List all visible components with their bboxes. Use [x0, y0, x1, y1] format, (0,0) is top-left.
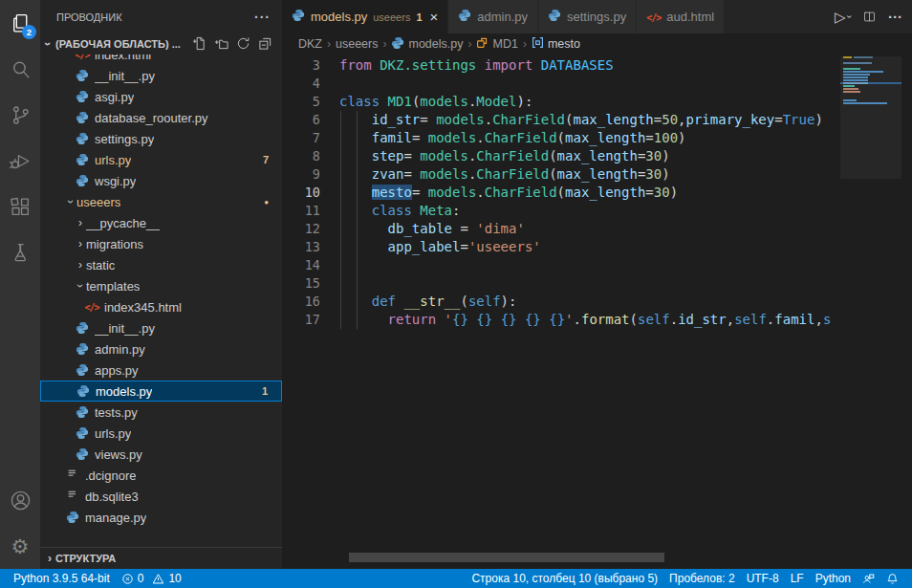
status-feedback[interactable] [857, 573, 880, 585]
code-line: 8 step= models.CharField(max_length=30) [282, 147, 912, 165]
status-notifications[interactable] [880, 573, 904, 585]
tree-item-label: __pycache__ [86, 216, 160, 230]
breadcrumb-useeers[interactable]: useeers [336, 37, 378, 51]
collapse-all-icon[interactable] [258, 36, 272, 53]
breadcrumb-MD1[interactable]: MD1 [476, 36, 517, 52]
activity-account-button[interactable] [0, 477, 40, 523]
tree-item-models.py[interactable]: models.py1 [40, 381, 282, 402]
chevron-right-icon: › [44, 552, 55, 565]
line-number: 4 [282, 75, 320, 93]
tree-item-views.py[interactable]: views.py [40, 444, 282, 465]
tab-label: models.py [311, 10, 367, 24]
code-line-content [320, 274, 339, 293]
tree-item-__init__.py[interactable]: __init__.py [40, 65, 282, 86]
new-folder-icon[interactable] [214, 36, 228, 53]
tree-item-__init__.py[interactable]: __init__.py [40, 317, 282, 338]
horizontal-scrollbar[interactable] [349, 553, 664, 562]
minimap[interactable] [840, 56, 901, 569]
status-cursor-position[interactable]: Строка 10, столбец 10 (выбрано 5) [466, 572, 663, 585]
py-file-icon [76, 384, 91, 398]
tree-item-database_roouter.py[interactable]: database_roouter.py [40, 107, 282, 128]
tree-item-templates[interactable]: ›templates [40, 275, 282, 296]
breadcrumb: DKZ›useeers›models.py›MD1›mesto [282, 33, 912, 54]
status-label: Строка 10, столбец 10 (выбрано 5) [471, 572, 658, 585]
status-problems[interactable]: 010 [116, 572, 187, 585]
status-eol[interactable]: LF [785, 572, 810, 585]
tree-item-admin.py[interactable]: admin.py [40, 338, 282, 359]
tree-item-badge: 7 [263, 154, 269, 165]
activity-testing-button[interactable] [0, 229, 40, 275]
tree-item-.dcignore[interactable]: .dcignore [40, 465, 282, 486]
code-line-content: from DKZ.settings import DATABASES [320, 56, 614, 75]
explorer-more-actions-button[interactable]: ··· [254, 10, 271, 25]
tree-item-tests.py[interactable]: tests.py [40, 402, 282, 423]
tree-item-settings.py[interactable]: settings.py [40, 128, 282, 149]
workspace-section-header[interactable]: › (РАБОЧАЯ ОБЛАСТЬ) ... [40, 33, 282, 54]
activity-source-control-button[interactable] [0, 92, 40, 138]
code-line: 7 famil= models.CharField(max_length=100… [282, 129, 912, 147]
tree-item-apps.py[interactable]: apps.py [40, 359, 282, 381]
tree-item-urls.py[interactable]: urls.py [40, 423, 282, 444]
editor-group: models.pyuseeers1×admin.pysettings.py</>… [282, 0, 912, 569]
tree-item-manage.py[interactable]: manage.py [40, 507, 282, 528]
new-file-icon[interactable] [192, 36, 206, 53]
code-line-content: id_str= models.CharField(max_length=50,p… [320, 111, 823, 129]
code-line: 3from DKZ.settings import DATABASES [282, 56, 912, 75]
status-language-mode[interactable]: Python [810, 572, 857, 585]
close-icon[interactable]: × [430, 10, 439, 24]
breadcrumb-DKZ[interactable]: DKZ [298, 37, 322, 51]
tab-aud.html[interactable]: </>aud.html [637, 0, 725, 33]
code-line: 15 [282, 274, 912, 293]
tree-item-static[interactable]: ›static [40, 254, 282, 275]
tree-item-asgi.py[interactable]: asgi.py [40, 86, 282, 107]
split-editor-button[interactable] [862, 10, 877, 24]
outline-section-header[interactable]: › СТРУКТУРА [40, 547, 282, 569]
class-symbol-icon [476, 36, 489, 52]
tree-item-wsgi.py[interactable]: wsgi.py [40, 170, 282, 191]
py-file-icon [548, 9, 561, 25]
activity-run-debug-button[interactable] [0, 138, 40, 184]
tree-item-index.html[interactable]: </>index.html [40, 54, 282, 65]
tree-item-urls.py[interactable]: urls.py7 [40, 149, 282, 170]
run-button[interactable]: ▷› [835, 9, 851, 26]
tree-item-__pycache__[interactable]: ›__pycache__ [40, 212, 282, 233]
status-encoding[interactable]: UTF-8 [741, 572, 785, 585]
refresh-icon[interactable] [236, 36, 250, 53]
tab-bar: models.pyuseeers1×admin.pysettings.py</>… [282, 0, 912, 33]
line-number: 14 [282, 256, 320, 274]
activity-explorer-button[interactable]: 2 [0, 0, 40, 46]
tree-item-migrations[interactable]: ›migrations [40, 233, 282, 254]
tab-label: admin.py [477, 10, 528, 24]
tree-item-label: db.sqlite3 [85, 490, 139, 504]
activity-extensions-button[interactable] [0, 184, 40, 229]
bell-icon [886, 573, 899, 585]
line-number: 5 [282, 93, 320, 111]
tab-models.py[interactable]: models.pyuseeers1× [282, 0, 448, 33]
py-file-icon [65, 511, 80, 524]
tab-settings.py[interactable]: settings.py [538, 0, 637, 33]
breadcrumb-separator: › [382, 37, 386, 51]
vscode-window: 2 ⚙ ПРОВОДНИК ··· › (РАБОЧАЯ ОБЛАСТЬ) ..… [0, 0, 912, 569]
status-python-interpreter[interactable]: Python 3.9.5 64-bit [8, 572, 116, 585]
py-file-icon [75, 447, 90, 461]
tree-item-db.sqlite3[interactable]: db.sqlite3 [40, 486, 282, 507]
tree-item-badge: 1 [262, 385, 268, 397]
breadcrumb-models.py[interactable]: models.py [391, 36, 463, 53]
tree-item-useeers[interactable]: ›useeers● [40, 191, 282, 212]
py-file-icon [75, 342, 90, 356]
tree-item-label: manage.py [85, 511, 146, 525]
activity-search-button[interactable] [0, 46, 40, 92]
breadcrumb-mesto[interactable]: mesto [532, 36, 580, 52]
html-file-icon: </> [75, 54, 90, 60]
status-indentation[interactable]: Пробелов: 2 [663, 572, 741, 585]
py-file-icon [75, 90, 90, 103]
tree-item-label: index.html [95, 54, 151, 62]
code-editor[interactable]: 3from DKZ.settings import DATABASES45cla… [282, 54, 912, 569]
tree-item-index345.html[interactable]: </>index345.html [40, 296, 282, 317]
chevron-down-icon[interactable]: › [844, 15, 855, 18]
more-actions-button[interactable]: ··· [888, 9, 902, 25]
activity-settings-button[interactable]: ⚙ [0, 523, 40, 569]
py-file-icon [75, 132, 90, 145]
tab-admin.py[interactable]: admin.py [448, 0, 538, 33]
tree-item-label: apps.py [95, 363, 139, 378]
